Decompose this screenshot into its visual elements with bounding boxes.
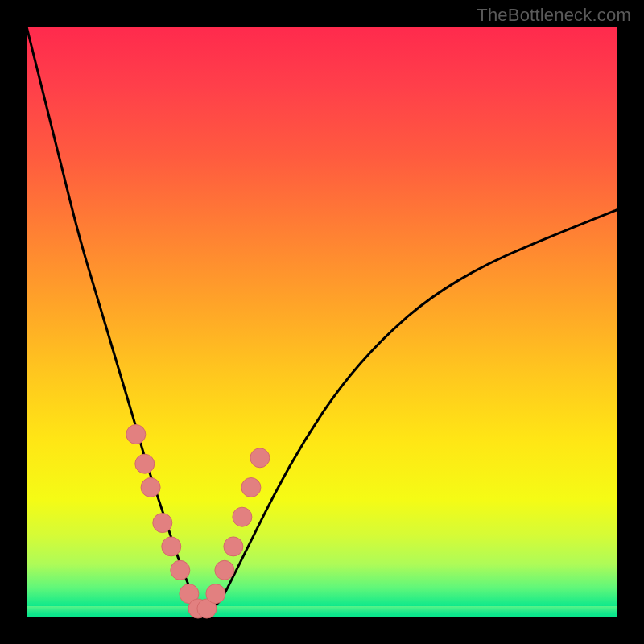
bottleneck-curve-svg	[27, 27, 617, 617]
curve-marker	[162, 537, 181, 556]
curve-marker	[153, 514, 172, 533]
bottleneck-curve	[27, 27, 617, 612]
curve-marker	[233, 507, 252, 526]
plot-area	[27, 27, 617, 617]
curve-marker	[215, 560, 234, 580]
curve-marker	[126, 425, 146, 444]
curve-marker	[206, 584, 225, 604]
marker-group	[126, 425, 270, 619]
curve-marker	[171, 560, 190, 580]
curve-marker	[250, 448, 270, 468]
curve-marker	[141, 478, 160, 497]
watermark-text: TheBottleneck.com	[477, 5, 631, 26]
chart-stage: TheBottleneck.com	[0, 0, 644, 644]
curve-marker	[135, 454, 155, 473]
curve-marker	[224, 537, 243, 556]
curve-marker	[242, 478, 261, 497]
